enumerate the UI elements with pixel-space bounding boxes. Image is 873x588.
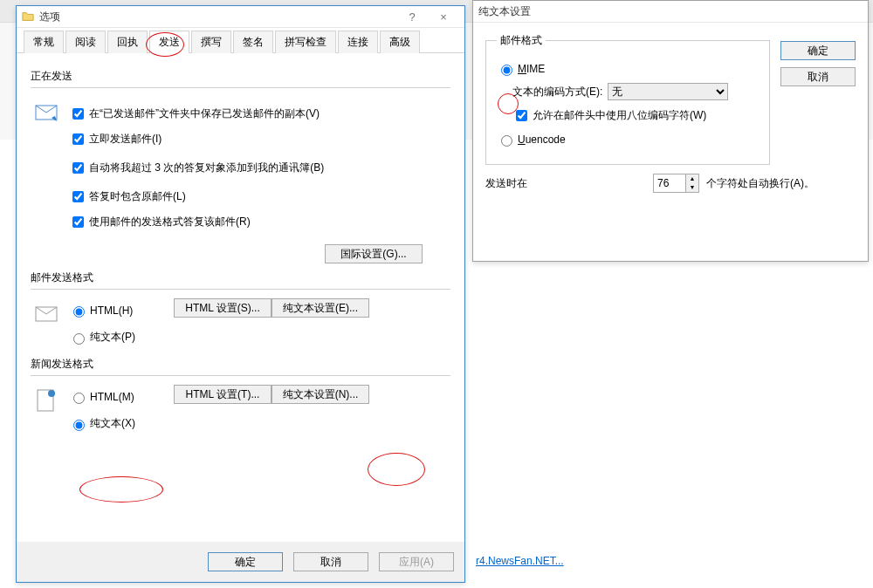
cancel-button[interactable]: 取消 xyxy=(293,552,368,571)
tab-常规[interactable]: 常规 xyxy=(24,31,64,53)
sending-legend: 正在发送 xyxy=(31,69,450,84)
mail-html-radio[interactable]: HTML(H) xyxy=(69,304,174,318)
save-copy-checkbox[interactable]: 在“已发送邮件”文件夹中保存已发送邮件的副本(V) xyxy=(69,106,450,122)
tab-发送[interactable]: 发送 xyxy=(149,31,189,53)
wrap-label-before: 发送时在 xyxy=(485,176,527,191)
mailfmt-legend: 邮件发送格式 xyxy=(31,270,450,285)
spin-down[interactable]: ▼ xyxy=(686,183,698,192)
wrap-input[interactable] xyxy=(654,174,685,192)
tabs: 常规阅读回执发送撰写签名拼写检查连接高级 xyxy=(17,28,464,53)
eightbit-checkbox[interactable]: 允许在邮件头中使用八位编码字符(W) xyxy=(512,107,706,124)
tab-高级[interactable]: 高级 xyxy=(380,31,420,53)
news-plain-radio[interactable]: 纯文本(X) xyxy=(69,416,174,431)
news-html-radio[interactable]: HTML(M) xyxy=(69,390,174,404)
annotation-news-plain-settings xyxy=(368,453,425,486)
options-buttonbar: 确定 取消 应用(A) xyxy=(17,542,464,582)
mail-format-legend: 邮件格式 xyxy=(497,33,546,48)
wrap-spin[interactable]: ▲▼ xyxy=(653,174,699,193)
wrap-label-after: 个字符处自动换行(A)。 xyxy=(706,176,815,191)
folder-icon xyxy=(22,10,34,23)
encoding-select[interactable]: 无 xyxy=(608,83,728,100)
mail-plain-settings-button[interactable]: 纯文本设置(E)... xyxy=(272,298,369,318)
mime-radio[interactable]: MIME xyxy=(497,62,759,76)
help-button[interactable]: ? xyxy=(396,10,428,24)
plaintext-titlebar: 纯文本设置 xyxy=(473,1,868,23)
ok-button[interactable]: 确定 xyxy=(208,552,283,571)
mail-icon xyxy=(32,99,60,126)
plaintext-ok-button[interactable]: 确定 xyxy=(780,41,856,60)
international-settings-button[interactable]: 国际设置(G)... xyxy=(325,244,423,263)
options-titlebar: 选项 ? × xyxy=(17,6,464,28)
newsfmt-legend: 新闻发送格式 xyxy=(31,357,450,372)
news-plain-settings-button[interactable]: 纯文本设置(N)... xyxy=(272,385,369,404)
mail-format-group: 邮件格式 MIME 文本的编码方式(E): 无 允许在邮件头中使用八位编码字符(… xyxy=(485,33,770,165)
news-html-settings-button[interactable]: HTML 设置(T)... xyxy=(174,385,272,404)
divider xyxy=(31,87,450,88)
apply-button[interactable]: 应用(A) xyxy=(379,552,454,571)
svg-point-3 xyxy=(48,390,55,397)
add-to-contacts-checkbox[interactable]: 自动将我超过 3 次的答复对象添加到我的通讯簿(B) xyxy=(69,160,450,176)
plaintext-cancel-button[interactable]: 取消 xyxy=(780,67,856,86)
options-title: 选项 xyxy=(39,10,396,24)
tab-撰写[interactable]: 撰写 xyxy=(191,31,231,53)
news-format-icon xyxy=(32,386,60,414)
close-button[interactable]: × xyxy=(428,10,459,24)
spin-up[interactable]: ▲ xyxy=(686,174,698,183)
tab-回执[interactable]: 回执 xyxy=(107,31,148,53)
uuencode-radio[interactable]: Uuencode xyxy=(497,133,759,147)
include-original-checkbox[interactable]: 答复时包含原邮件(L) xyxy=(69,188,450,205)
encoding-label: 文本的编码方式(E): xyxy=(512,85,602,99)
mail-plain-radio[interactable]: 纯文本(P) xyxy=(69,330,174,345)
background-link[interactable]: r4.NewsFan.NET... xyxy=(476,555,564,567)
reply-same-format-checkbox[interactable]: 使用邮件的发送格式答复该邮件(R) xyxy=(69,214,450,230)
tab-阅读[interactable]: 阅读 xyxy=(65,31,106,53)
tab-拼写检查[interactable]: 拼写检查 xyxy=(275,31,336,53)
options-window: 选项 ? × 常规阅读回执发送撰写签名拼写检查连接高级 正在发送 在“已发送邮件… xyxy=(16,5,465,583)
annotation-news-plain-radio xyxy=(79,476,163,503)
plaintext-settings-window: 纯文本设置 邮件格式 MIME 文本的编码方式(E): 无 允许在邮件头中使用八… xyxy=(472,0,869,262)
tab-签名[interactable]: 签名 xyxy=(233,31,273,53)
send-immediately-checkbox[interactable]: 立即发送邮件(I) xyxy=(69,131,450,147)
mail-format-icon xyxy=(32,300,60,328)
plaintext-title: 纯文本设置 xyxy=(478,4,863,19)
tab-连接[interactable]: 连接 xyxy=(338,31,378,53)
mail-html-settings-button[interactable]: HTML 设置(S)... xyxy=(174,298,272,318)
